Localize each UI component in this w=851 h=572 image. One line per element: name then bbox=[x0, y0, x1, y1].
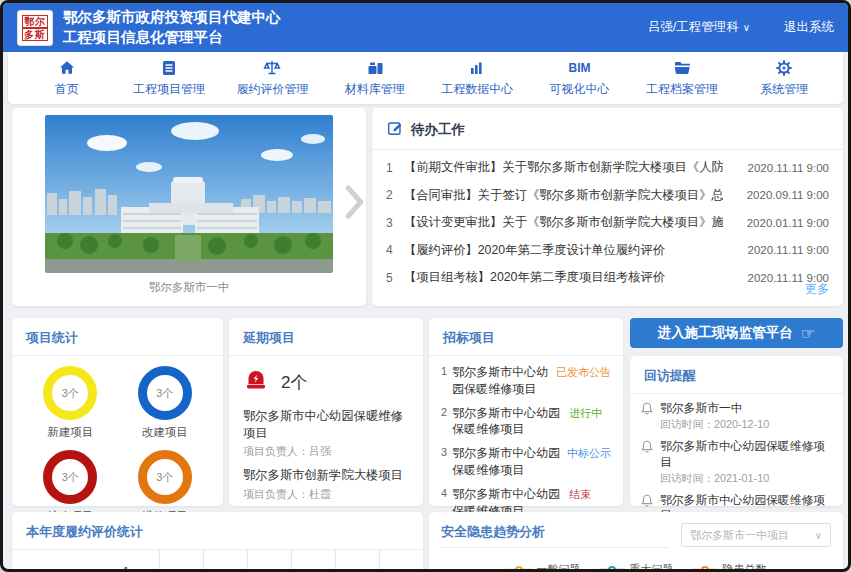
bar-chart-icon bbox=[467, 58, 487, 78]
site-supervision-button[interactable]: 进入施工现场监管平台 ☞ bbox=[630, 318, 843, 348]
bidding-title: 招标项目 bbox=[443, 329, 495, 347]
todo-item[interactable]: 4 【履约评价】2020年第二季度设计单位履约评价 2020.11.11 9:0… bbox=[386, 237, 829, 265]
line-marker-icon bbox=[692, 566, 718, 572]
app-logo: 鄂尔 多斯 bbox=[17, 10, 53, 46]
nav-item-data-center[interactable]: 工程数据中心 bbox=[441, 58, 513, 98]
status-badge: 中标公示 bbox=[567, 445, 611, 479]
nav-item-project-management[interactable]: 工程项目管理 bbox=[133, 58, 205, 98]
app-title-line1: 鄂尔多斯市政府投资项目代建中心 bbox=[63, 8, 281, 28]
todo-item[interactable]: 1 【前期文件审批】关于鄂尔多斯市创新学院大楼项目《人防手续》的申请 2020.… bbox=[386, 154, 829, 182]
chart-category-label: 造价咨询 bbox=[12, 564, 108, 572]
status-badge: 已发布公告 bbox=[556, 364, 611, 398]
bidding-item[interactable]: 3 鄂尔多斯市中心幼园保暖维修项目 中标公示 bbox=[441, 445, 611, 479]
hazard-trend-card: 安全隐患趋势分析 鄂尔多斯市一中项目 ∨ 一般问题 重大问题 隐患总数 25 bbox=[429, 512, 843, 572]
logout-link[interactable]: 退出系统 bbox=[784, 19, 834, 36]
photo-caption: 鄂尔多斯市一中 bbox=[12, 280, 366, 295]
stat-ring: 3个 bbox=[138, 450, 192, 504]
user-name: 吕强/工程管理科 bbox=[648, 20, 739, 34]
bidding-projects-card: 招标项目 1 鄂尔多斯市中心幼园保暖维修项目 已发布公告 2 鄂尔多斯市中心幼园… bbox=[429, 318, 623, 506]
todo-more-link[interactable]: 更多 bbox=[805, 281, 829, 298]
stat-new-projects: 3个 新建项目 bbox=[26, 366, 115, 440]
edit-icon bbox=[386, 119, 404, 141]
legend-item: 一般问题 bbox=[506, 562, 581, 572]
status-badge: 进行中 bbox=[569, 405, 602, 439]
chart-value-label: 1 bbox=[124, 566, 129, 572]
performance-stats-card: 本年度履约评价统计 造价咨询 1 4 5 bbox=[12, 512, 423, 572]
nav-item-archive-management[interactable]: 工程档案管理 bbox=[646, 58, 718, 98]
user-menu[interactable]: 吕强/工程管理科∨ bbox=[648, 19, 750, 36]
app-title: 鄂尔多斯市政府投资项目代建中心 工程项目信息化管理平台 bbox=[63, 8, 281, 47]
delayed-item: 鄂尔多斯市创新学院大楼项目 项目负责人：杜霞 bbox=[229, 461, 423, 504]
project-stats-card: 项目统计 3个 新建项目 3个 改建项目 3个 扩建项目 3个 维修项目 bbox=[12, 318, 223, 506]
scale-icon bbox=[262, 58, 282, 78]
todo-item[interactable]: 5 【项目组考核】2020年第二季度项目组考核评价 2020.11.11 9:0… bbox=[386, 264, 829, 292]
nav-item-material-library[interactable]: 材料库管理 bbox=[340, 58, 410, 98]
project-carousel-card: 鄂尔多斯市一中 bbox=[12, 108, 366, 306]
alarm-icon bbox=[243, 368, 269, 396]
bim-icon: BIM bbox=[569, 58, 591, 78]
project-photo bbox=[45, 115, 333, 273]
pointing-hand-icon: ☞ bbox=[801, 324, 815, 343]
logo-seal-text: 鄂尔 bbox=[22, 15, 48, 28]
project-stats-title: 项目统计 bbox=[26, 329, 78, 347]
todo-item[interactable]: 2 【合同审批】关于签订《鄂尔多斯市创新学院大楼项目》总包合同的申请 2020.… bbox=[386, 182, 829, 210]
revisit-title: 回访提醒 bbox=[644, 367, 696, 385]
stat-rebuild-projects: 3个 改建项目 bbox=[121, 366, 210, 440]
todo-card: 待办工作 1 【前期文件审批】关于鄂尔多斯市创新学院大楼项目《人防手续》的申请 … bbox=[372, 108, 843, 306]
revisit-item: 鄂尔多斯市一中 回访时间：2020-12-10 bbox=[630, 394, 843, 432]
todo-item[interactable]: 3 【设计变更审批】关于《鄂尔多斯市创新学院大楼项目》施工图变更的申请 2020… bbox=[386, 209, 829, 237]
app-window: 鄂尔 多斯 鄂尔多斯市政府投资项目代建中心 工程项目信息化管理平台 吕强/工程管… bbox=[0, 0, 851, 572]
top-header: 鄂尔 多斯 鄂尔多斯市政府投资项目代建中心 工程项目信息化管理平台 吕强/工程管… bbox=[3, 3, 848, 52]
chevron-down-icon: ∨ bbox=[815, 530, 822, 541]
line-marker-icon bbox=[506, 566, 532, 572]
nav-item-home[interactable]: 首页 bbox=[32, 58, 102, 98]
gear-icon bbox=[774, 58, 794, 78]
main-nav: 首页 工程项目管理 履约评价管理 材料库管理 工程数据中心 bbox=[8, 52, 843, 104]
chevron-right-icon bbox=[344, 182, 364, 222]
bidding-item[interactable]: 1 鄂尔多斯市中心幼园保暖维修项目 已发布公告 bbox=[441, 364, 611, 398]
delayed-projects-card: 延期项目 2个 鄂尔多斯市中心幼园保暖维修项目 项目负责人：吕强 鄂尔多斯市创新… bbox=[229, 318, 423, 506]
delayed-title: 延期项目 bbox=[243, 329, 295, 347]
home-icon bbox=[57, 58, 77, 78]
list-icon bbox=[159, 58, 179, 78]
line-marker-icon bbox=[599, 566, 625, 572]
todo-list: 1 【前期文件审批】关于鄂尔多斯市创新学院大楼项目《人防手续》的申请 2020.… bbox=[372, 150, 843, 292]
app-title-line2: 工程项目信息化管理平台 bbox=[63, 28, 281, 48]
bell-icon bbox=[640, 439, 654, 486]
revisit-item: 鄂尔多斯市中心幼园保暖维修项目 回访时间：2021-01-10 bbox=[630, 432, 843, 486]
folder-icon bbox=[672, 58, 692, 78]
stat-ring: 3个 bbox=[43, 450, 97, 504]
chart-legend: 一般问题 重大问题 隐患总数 bbox=[429, 562, 843, 572]
delayed-item: 鄂尔多斯市中心幼园保暖维修项目 项目负责人：吕强 bbox=[229, 402, 423, 461]
legend-item: 重大问题 bbox=[599, 562, 674, 572]
bidding-item[interactable]: 2 鄂尔多斯市中心幼园保暖维修项目 进行中 bbox=[441, 405, 611, 439]
warehouse-icon bbox=[365, 58, 385, 78]
bell-icon bbox=[640, 401, 654, 432]
project-select-dropdown[interactable]: 鄂尔多斯市一中项目 ∨ bbox=[681, 523, 831, 547]
nav-item-bim-center[interactable]: BIM 可视化中心 bbox=[545, 58, 615, 98]
performance-title: 本年度履约评价统计 bbox=[26, 523, 143, 541]
nav-item-performance-evaluation[interactable]: 履约评价管理 bbox=[236, 58, 308, 98]
todo-title: 待办工作 bbox=[411, 121, 465, 139]
chevron-down-icon: ∨ bbox=[743, 22, 750, 33]
logo-seal-text: 多斯 bbox=[22, 28, 48, 41]
delayed-count: 2个 bbox=[281, 371, 307, 394]
revisit-reminder-card: 回访提醒 鄂尔多斯市一中 回访时间：2020-12-10 鄂尔多斯市中心幼园保暖… bbox=[630, 356, 843, 506]
performance-chart: 造价咨询 1 4 5 bbox=[12, 550, 423, 572]
carousel-next-button[interactable] bbox=[343, 180, 365, 224]
stat-ring: 3个 bbox=[43, 366, 97, 420]
legend-item: 隐患总数 bbox=[692, 562, 767, 572]
nav-item-system-settings[interactable]: 系统管理 bbox=[749, 58, 819, 98]
stat-ring: 3个 bbox=[138, 366, 192, 420]
hazard-title: 安全隐患趋势分析 bbox=[441, 524, 545, 539]
